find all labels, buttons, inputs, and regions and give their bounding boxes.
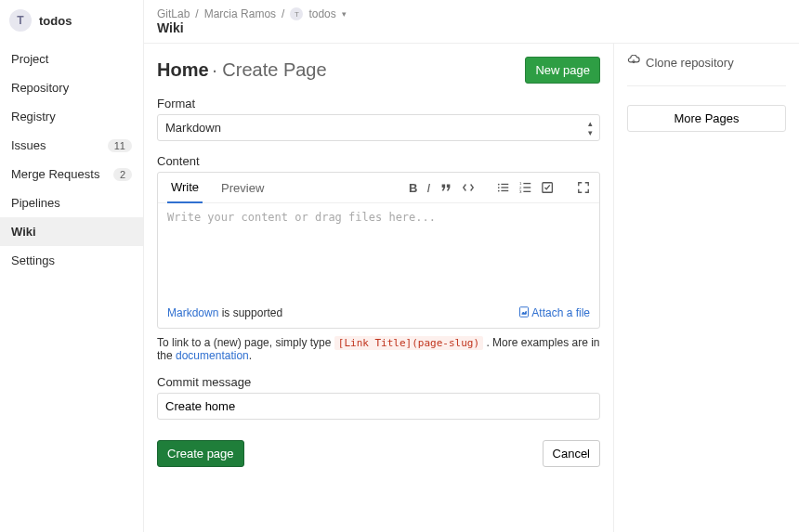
new-page-button[interactable]: New page [525, 57, 600, 84]
breadcrumb-project-avatar: T [290, 7, 303, 20]
create-page-button[interactable]: Create page [157, 440, 244, 467]
quote-icon[interactable] [439, 181, 452, 194]
sidebar-item-label: Pipelines [11, 196, 60, 210]
sidebar-item-label: Repository [11, 81, 69, 95]
project-name: todos [39, 14, 72, 28]
task-list-icon[interactable] [542, 181, 555, 194]
format-label: Format [157, 97, 600, 110]
help-text: To link to a (new) page, simply type [Li… [157, 336, 600, 362]
breadcrumb-sep: / [195, 7, 198, 20]
sidebar-item-label: Settings [11, 253, 55, 267]
form-area: Home · Create Page New page Format Markd… [144, 44, 613, 532]
italic-icon[interactable]: I [426, 181, 430, 195]
svg-point-2 [498, 187, 500, 188]
breadcrumb: GitLab / Marcia Ramos / T todos ▾ [144, 0, 799, 20]
commit-label: Commit message [157, 375, 600, 389]
svg-rect-1 [501, 184, 508, 185]
sidebar-item-label: Wiki [11, 225, 36, 239]
sidebar-item-pipelines[interactable]: Pipelines [0, 188, 143, 217]
fullscreen-icon[interactable] [577, 181, 590, 194]
format-select[interactable]: Markdown [157, 114, 600, 141]
sidebar-item-settings[interactable]: Settings [0, 246, 143, 275]
badge: 2 [113, 168, 132, 181]
svg-point-4 [498, 190, 500, 192]
sidebar-item-label: Merge Requests [11, 167, 99, 181]
bullet-list-icon[interactable] [497, 181, 510, 194]
svg-rect-11 [523, 191, 530, 192]
svg-rect-3 [501, 187, 508, 188]
sidebar: T todos Project Repository Registry Issu… [0, 0, 144, 532]
sidebar-item-issues[interactable]: Issues11 [0, 131, 143, 160]
sidebar-item-wiki[interactable]: Wiki [0, 217, 143, 246]
markdown-supported: Markdown is supported [167, 306, 282, 320]
sidebar-item-label: Project [11, 52, 48, 66]
sidebar-nav: Project Repository Registry Issues11 Mer… [0, 45, 143, 275]
breadcrumb-root[interactable]: GitLab [157, 7, 190, 20]
numbered-list-icon[interactable]: 123 [519, 181, 532, 194]
clone-repository-button[interactable]: Clone repository [627, 55, 786, 71]
attach-file-button[interactable]: Attach a file [518, 306, 590, 320]
sidebar-item-project[interactable]: Project [0, 45, 143, 73]
page-title-main: Home [157, 59, 209, 80]
breadcrumb-project[interactable]: todos [308, 7, 335, 20]
right-panel: Clone repository More Pages [613, 44, 799, 532]
breadcrumb-sep: / [282, 7, 284, 20]
svg-text:3: 3 [519, 189, 522, 194]
sidebar-item-merge-requests[interactable]: Merge Requests2 [0, 160, 143, 188]
project-avatar: T [9, 9, 32, 32]
code-example: [Link Title](page-slug) [334, 336, 483, 350]
main: GitLab / Marcia Ramos / T todos ▾ Wiki H… [144, 0, 799, 532]
documentation-link[interactable]: documentation [176, 349, 249, 362]
sidebar-item-registry[interactable]: Registry [0, 102, 143, 131]
content-label: Content [157, 154, 600, 168]
markdown-link[interactable]: Markdown [167, 306, 218, 319]
cloud-download-icon [627, 55, 640, 71]
tab-preview[interactable]: Preview [217, 174, 268, 202]
page-title: Home · Create Page [157, 59, 327, 81]
svg-rect-5 [501, 190, 508, 191]
attach-file-icon [518, 306, 530, 320]
chevron-down-icon[interactable]: ▾ [342, 9, 347, 19]
sidebar-item-label: Registry [11, 110, 56, 123]
content-textarea[interactable] [158, 203, 599, 296]
svg-rect-9 [523, 187, 530, 188]
attach-file-label: Attach a file [531, 306, 590, 319]
svg-rect-7 [523, 183, 530, 184]
breadcrumb-user[interactable]: Marcia Ramos [204, 7, 276, 20]
clone-label: Clone repository [646, 56, 734, 70]
sidebar-header: T todos [0, 0, 143, 45]
svg-rect-13 [519, 307, 528, 318]
editor-toolbar: B I 123 [409, 181, 590, 195]
tab-write[interactable]: Write [167, 173, 203, 203]
cancel-button[interactable]: Cancel [543, 440, 600, 467]
page-title-sub: · Create Page [212, 59, 326, 80]
bold-icon[interactable]: B [409, 181, 417, 195]
commit-message-input[interactable] [157, 393, 600, 420]
badge: 11 [108, 139, 132, 152]
svg-point-0 [498, 184, 500, 186]
content-editor: Write Preview B I 123 [157, 172, 600, 329]
code-icon[interactable] [462, 181, 475, 194]
more-pages-button[interactable]: More Pages [627, 105, 786, 132]
sidebar-item-repository[interactable]: Repository [0, 73, 143, 102]
page-section-title: Wiki [144, 20, 799, 43]
sidebar-item-label: Issues [11, 138, 46, 152]
